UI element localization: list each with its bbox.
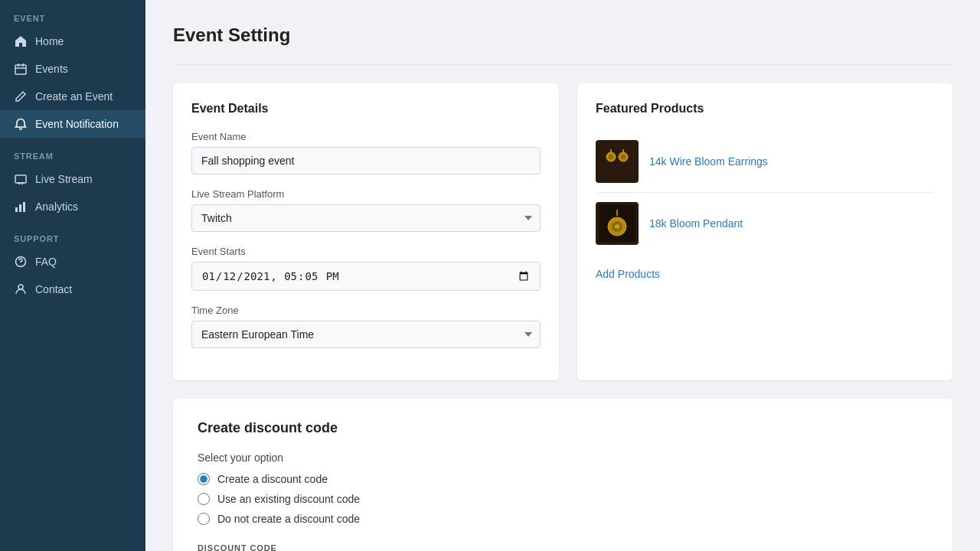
timezone-label: Time Zone	[191, 305, 541, 316]
product-name-1[interactable]: 14k Wire Bloom Earrings	[649, 155, 768, 168]
sidebar-item-live-stream[interactable]: Live Stream	[0, 165, 145, 193]
featured-products-title: Featured Products	[596, 102, 934, 116]
product-thumb-1	[596, 140, 639, 183]
event-starts-input[interactable]	[191, 262, 541, 291]
edit-icon	[14, 90, 28, 103]
event-name-label: Event Name	[191, 131, 541, 142]
stream-icon	[14, 172, 28, 186]
sidebar-section-support: SUPPORT FAQ Contact	[0, 220, 145, 303]
featured-products-card: Featured Products 14k Wire Bloom Earring…	[577, 83, 952, 380]
event-details-title: Event Details	[191, 102, 541, 116]
add-products-link[interactable]: Add Products	[596, 268, 934, 280]
svg-point-6	[18, 285, 23, 289]
sidebar-item-analytics[interactable]: Analytics	[0, 193, 145, 220]
platform-label: Live Stream Platform	[191, 188, 541, 200]
radio-create-input[interactable]	[198, 473, 210, 485]
sidebar: EVENT Home Events Create an Event Event …	[0, 0, 145, 551]
sidebar-item-faq[interactable]: FAQ	[0, 248, 145, 276]
sidebar-item-home[interactable]: Home	[0, 28, 145, 55]
event-name-input[interactable]	[191, 147, 541, 174]
sidebar-section-event: EVENT Home Events Create an Event Event …	[0, 0, 145, 138]
top-content-row: Event Details Event Name Live Stream Pla…	[173, 83, 952, 380]
event-starts-group: Event Starts	[191, 246, 541, 291]
bell-icon	[14, 117, 28, 131]
radio-create-label: Create a discount code	[217, 473, 328, 485]
radio-none-input[interactable]	[198, 513, 210, 525]
radio-none-label: Do not create a discount code	[217, 513, 360, 525]
timezone-group: Time Zone Eastern European Time UTC East…	[191, 305, 541, 348]
svg-rect-1	[15, 175, 26, 183]
event-details-card: Event Details Event Name Live Stream Pla…	[173, 83, 559, 380]
svg-point-18	[615, 224, 619, 229]
sidebar-item-create-event[interactable]: Create an Event	[0, 83, 145, 110]
calendar-icon	[14, 62, 28, 76]
svg-rect-7	[599, 143, 635, 180]
svg-point-12	[609, 155, 613, 159]
product-thumb-2	[596, 202, 639, 245]
event-name-group: Event Name	[191, 131, 541, 174]
svg-rect-0	[15, 65, 26, 74]
sidebar-section-label-event: EVENT	[0, 0, 145, 28]
sidebar-item-contact[interactable]: Contact	[0, 276, 145, 303]
radio-no-discount[interactable]: Do not create a discount code	[198, 513, 928, 525]
home-icon	[14, 34, 28, 48]
svg-rect-3	[19, 204, 21, 212]
divider-top	[173, 64, 952, 65]
platform-group: Live Stream Platform Twitch YouTube Face…	[191, 188, 541, 232]
page-title: Event Setting	[173, 24, 952, 46]
discount-option-group: Create a discount code Use an existing d…	[198, 473, 928, 525]
sidebar-section-label-stream: STREAM	[0, 138, 145, 165]
discount-title: Create discount code	[198, 420, 928, 436]
discount-card: Create discount code Select your option …	[173, 399, 952, 551]
main-content: Event Setting Event Details Event Name L…	[145, 0, 980, 551]
select-option-label: Select your option	[198, 452, 928, 464]
sidebar-section-stream: STREAM Live Stream Analytics	[0, 138, 145, 220]
timezone-select[interactable]: Eastern European Time UTC Eastern Time (…	[191, 321, 541, 348]
radio-existing-label: Use an existing discount code	[217, 493, 360, 505]
product-name-2[interactable]: 18k Bloom Pendant	[649, 217, 743, 230]
person-icon	[14, 282, 28, 296]
sidebar-item-events[interactable]: Events	[0, 55, 145, 83]
chart-icon	[14, 200, 28, 214]
product-item-2: 18k Bloom Pendant	[596, 193, 934, 254]
radio-create-discount[interactable]: Create a discount code	[198, 473, 928, 485]
radio-existing-input[interactable]	[198, 493, 210, 505]
svg-point-13	[621, 155, 626, 159]
discount-code-label: DISCOUNT CODE	[198, 543, 928, 551]
sidebar-item-event-notification[interactable]: Event Notification	[0, 110, 145, 138]
event-starts-label: Event Starts	[191, 246, 541, 257]
svg-rect-4	[23, 202, 25, 212]
sidebar-section-label-support: SUPPORT	[0, 220, 145, 248]
svg-rect-2	[15, 207, 18, 212]
question-icon	[14, 255, 28, 269]
radio-existing-discount[interactable]: Use an existing discount code	[198, 493, 928, 505]
product-item-1: 14k Wire Bloom Earrings	[596, 131, 934, 193]
platform-select[interactable]: Twitch YouTube Facebook Instagram	[191, 204, 541, 232]
